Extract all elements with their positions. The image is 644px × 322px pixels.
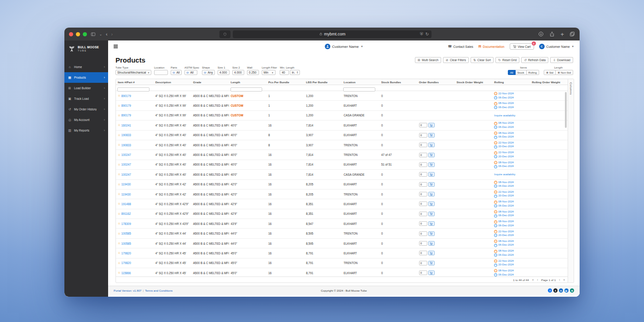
rolling-date[interactable]: C 22-Nov-2024 xyxy=(494,259,528,263)
item-number-link[interactable]: 100585 xyxy=(121,242,131,245)
order-qty-input[interactable]: 0 xyxy=(419,201,427,206)
item-number-link[interactable]: 119430 xyxy=(121,183,131,186)
add-to-cart-button[interactable] xyxy=(428,251,435,255)
rolling-date[interactable]: C 20-Dec-2024 xyxy=(494,155,528,158)
sidebar-item-track-load[interactable]: ▣ Track Load › xyxy=(64,93,108,104)
item-number-link[interactable]: 190833 xyxy=(121,144,131,147)
item-number-link[interactable]: 179820 xyxy=(121,261,131,264)
sidebar-item-my-account[interactable]: ◎ My Account › xyxy=(64,115,108,125)
address-bar[interactable]: mybmt.com ⛨ ↻ xyxy=(233,30,431,38)
favorite-star-icon[interactable]: ☆ xyxy=(118,133,121,137)
rolling-date[interactable]: C 06-Dec-2024 xyxy=(494,136,528,139)
order-qty-input[interactable]: 0 xyxy=(419,261,427,265)
multi-search-button[interactable]: ⊞ Multi Search xyxy=(415,57,441,63)
favorite-star-icon[interactable]: ☆ xyxy=(118,202,121,206)
hamburger-menu-icon[interactable] xyxy=(114,45,118,48)
order-qty-input[interactable]: 0 xyxy=(419,162,427,167)
user-menu[interactable]: C Customer Name ▼ xyxy=(539,44,574,49)
order-qty-input[interactable]: 0 xyxy=(419,270,427,275)
add-to-cart-button[interactable] xyxy=(428,212,435,216)
columns-panel-tab[interactable]: Columns xyxy=(569,79,572,282)
favorite-star-icon[interactable]: ☆ xyxy=(118,104,121,108)
globe-icon[interactable]: ⊕ xyxy=(570,288,574,293)
column-header-item-part[interactable]: Item #/Part # xyxy=(116,79,154,85)
item-number-link[interactable]: 191488 xyxy=(121,202,131,206)
parts-select[interactable]: ⊙ All xyxy=(171,70,182,75)
sidebar-item-products[interactable]: ▦ Products › xyxy=(64,72,108,83)
item-number-link[interactable]: 100247 xyxy=(121,153,131,156)
rolling-date[interactable]: C 08-Nov-2024 xyxy=(494,210,528,213)
order-qty-input[interactable]: 0 xyxy=(419,172,427,177)
clear-filters-button[interactable]: ⊘ Clear Filters xyxy=(443,57,469,63)
favorite-star-icon[interactable]: ☆ xyxy=(118,232,121,236)
add-to-cart-button[interactable] xyxy=(428,153,435,157)
add-to-cart-button[interactable] xyxy=(428,221,435,226)
min-length-unit-select[interactable]: in. ▲▼ xyxy=(290,70,300,75)
rolling-date[interactable]: C 06-Dec-2024 xyxy=(494,96,528,99)
grid-scrollbar[interactable] xyxy=(565,92,567,128)
favorite-star-icon[interactable]: ☆ xyxy=(118,271,121,275)
rolling-date[interactable]: C 22-Nov-2024 xyxy=(494,190,528,194)
item-number-link[interactable]: 890179 xyxy=(121,94,131,98)
privacy-shield-icon[interactable] xyxy=(219,30,230,38)
shape-select[interactable]: ⊙ Any xyxy=(202,70,215,75)
order-qty-input[interactable]: 0 xyxy=(419,133,427,138)
wall-input[interactable] xyxy=(247,70,259,75)
astm-spec-select[interactable]: ⊙ All xyxy=(184,70,197,75)
refresh-data-button[interactable]: ↺ Refresh Data xyxy=(521,57,548,63)
rolling-date[interactable]: C 08-Nov-2024 xyxy=(494,181,528,184)
order-qty-input[interactable]: 0 xyxy=(419,143,427,147)
rolling-date[interactable]: C 06-Dec-2024 xyxy=(494,165,528,168)
rolling-date[interactable]: C 08-Nov-2024 xyxy=(494,132,528,135)
favorite-star-icon[interactable]: ☆ xyxy=(118,261,121,265)
clear-sort-button[interactable]: ⇅ Clear Sort xyxy=(471,57,494,63)
first-page-icon[interactable]: « xyxy=(532,278,534,282)
item-number-link[interactable]: 178309 xyxy=(121,222,131,225)
favorite-star-icon[interactable]: ☆ xyxy=(118,192,121,196)
rolling-date[interactable]: C 06-Dec-2024 xyxy=(494,224,528,227)
favorite-star-icon[interactable]: ☆ xyxy=(118,153,121,157)
contact-sales-link[interactable]: ☎ Contact Sales xyxy=(448,45,473,48)
column-header-order-bundles[interactable]: Order Bundles xyxy=(417,79,455,85)
facebook-icon[interactable]: f xyxy=(548,288,552,293)
items-rolling-button[interactable]: Rolling xyxy=(527,70,539,75)
tabs-overview-icon[interactable] xyxy=(569,31,575,37)
column-header-rolling[interactable]: Rolling xyxy=(492,79,530,85)
x-icon[interactable]: X xyxy=(553,288,558,293)
add-to-cart-button[interactable] xyxy=(428,241,435,246)
sidebar-item-home[interactable]: ⌂ Home › xyxy=(64,62,108,72)
rolling-date[interactable]: C 06-Dec-2024 xyxy=(494,244,528,247)
close-window-button[interactable] xyxy=(69,32,73,36)
last-page-icon[interactable]: » xyxy=(563,278,565,282)
back-button[interactable]: ‹ xyxy=(106,32,108,37)
sidebar-item-my-order-history[interactable]: ↺ My Order History › xyxy=(64,104,108,115)
column-header-stock-bundles[interactable]: Stock Bundles xyxy=(380,79,417,85)
order-qty-input[interactable]: 0 xyxy=(419,251,427,255)
order-qty-input[interactable]: 0 xyxy=(419,153,427,157)
sidebar-toggle-icon[interactable] xyxy=(91,32,96,37)
add-to-cart-button[interactable] xyxy=(428,172,435,177)
order-qty-input[interactable]: 0 xyxy=(419,241,427,246)
rolling-date[interactable]: C 08-Nov-2024 xyxy=(494,250,528,253)
download-button[interactable]: ⇩ Download xyxy=(550,57,573,63)
favorite-star-icon[interactable]: ☆ xyxy=(118,251,121,255)
sidebar-item-my-reports[interactable]: ▥ My Reports › xyxy=(64,125,108,136)
favorite-star-icon[interactable]: ☆ xyxy=(118,163,121,167)
order-qty-input[interactable]: 0 xyxy=(419,182,427,187)
item-number-link[interactable]: 160241 xyxy=(121,124,131,127)
rolling-date[interactable]: C 08-Nov-2024 xyxy=(494,201,528,204)
add-to-cart-button[interactable] xyxy=(428,182,435,187)
bull-moose-logo[interactable]: BULL MOOSE TUBE xyxy=(64,40,108,54)
linkedin-icon[interactable]: in xyxy=(559,288,563,293)
order-qty-input[interactable]: 0 xyxy=(419,192,427,196)
customer-selector[interactable]: Customer Name ▼ xyxy=(325,44,363,49)
rolling-date[interactable]: C 08-Nov-2024 xyxy=(494,102,528,105)
rolling-date[interactable]: C 08-Nov-2024 xyxy=(494,161,528,164)
item-number-link[interactable]: 100247 xyxy=(121,173,131,176)
item-number-link[interactable]: 890179 xyxy=(121,114,131,117)
rolling-date[interactable]: C 22-Nov-2024 xyxy=(494,92,528,95)
rolling-date[interactable]: C 08-Nov-2024 xyxy=(494,269,528,272)
item-number-link[interactable]: 100585 xyxy=(121,232,131,235)
favorite-star-icon[interactable]: ☆ xyxy=(118,212,121,216)
rolling-date[interactable]: C 20-Dec-2024 xyxy=(494,234,528,237)
